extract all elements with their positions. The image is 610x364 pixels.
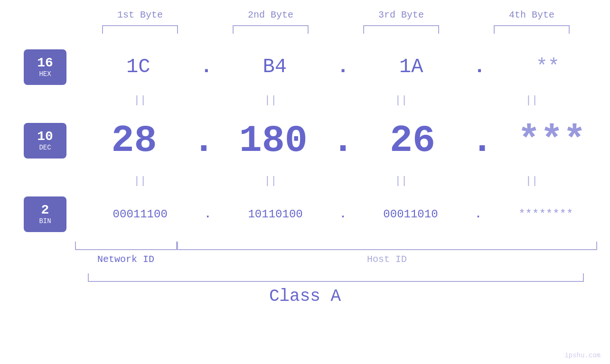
dec-badge-label: DEC (39, 144, 51, 151)
hex-dot-1: . (200, 56, 212, 78)
hex-value-2: B4 (263, 56, 287, 78)
bin-value-2: 10110100 (248, 208, 302, 221)
equals-row-1: || || || || (75, 91, 597, 110)
dec-dot-3: . (471, 119, 494, 162)
bin-cell-4: ******** (482, 208, 610, 221)
dec-value-1: 28 (112, 119, 157, 162)
dec-cell-2: 180 (215, 119, 331, 162)
equals-1-1: || (75, 94, 206, 106)
byte-label-1: 1st Byte (75, 9, 206, 20)
bin-dot-2: . (339, 208, 346, 221)
hex-dot-3: . (473, 56, 485, 78)
dec-dot-1: . (192, 119, 215, 162)
bin-cell-1: 00011100 (76, 208, 204, 221)
bin-badge: 2 BIN (24, 196, 66, 232)
equals-2-1: || (75, 175, 206, 187)
hex-cell-3: 1A (349, 56, 473, 78)
byte-label-2: 2nd Byte (206, 9, 336, 20)
bin-values: 00011100 . 10110100 . 00011010 . *******… (76, 208, 610, 221)
hex-value-3: 1A (399, 56, 423, 78)
dec-cell-1: 28 (76, 119, 192, 162)
bracket-line-4 (494, 25, 570, 34)
dec-values: 28 . 180 . 26 . *** (76, 119, 610, 162)
byte-label-4: 4th Byte (467, 9, 597, 20)
bin-dot-1: . (204, 208, 211, 221)
equals-1-3: || (336, 94, 467, 106)
byte-label-3: 3rd Byte (336, 9, 467, 20)
equals-2-3: || (336, 175, 467, 187)
hex-badge-label: HEX (39, 70, 51, 78)
bracket-line-3 (363, 25, 439, 34)
hex-row: 16 HEX 1C . B4 . 1A . ** (0, 43, 610, 91)
id-labels-row: Network ID Host ID (75, 254, 597, 265)
dec-value-3: 26 (390, 119, 435, 162)
host-id-bracket (177, 242, 597, 250)
dec-dot-2: . (331, 119, 354, 162)
bin-row: 2 BIN 00011100 . 10110100 . 00011010 . *… (0, 190, 610, 238)
dec-cell-3: 26 (355, 119, 471, 162)
bracket-top-4 (467, 25, 597, 34)
network-id-bracket (75, 242, 177, 250)
bin-badge-number: 2 (41, 203, 49, 218)
bin-value-1: 00011100 (113, 208, 168, 221)
dec-badge: 10 DEC (24, 123, 66, 159)
dec-badge-number: 10 (37, 130, 53, 144)
dec-row: 10 DEC 28 . 180 . 26 . *** (0, 110, 610, 171)
watermark: ipshu.com (564, 352, 601, 359)
host-id-label: Host ID (177, 254, 597, 265)
hex-badge-number: 16 (37, 56, 53, 71)
hex-cell-1: 1C (76, 56, 200, 78)
hex-cell-4: ** (486, 56, 610, 78)
bin-cell-3: 00011010 (347, 208, 475, 221)
class-bracket (88, 273, 584, 282)
dec-value-4: *** (517, 119, 586, 162)
hex-dot-2: . (337, 56, 349, 78)
bin-cell-2: 10110100 (211, 208, 339, 221)
main-container: 1st Byte 2nd Byte 3rd Byte 4th Byte 16 H… (0, 0, 610, 364)
hex-values: 1C . B4 . 1A . ** (76, 56, 610, 78)
bin-value-4: ******** (518, 208, 573, 221)
hex-value-4: ** (536, 56, 560, 78)
equals-1-2: || (206, 94, 336, 106)
byte-labels-row: 1st Byte 2nd Byte 3rd Byte 4th Byte (75, 9, 597, 20)
dec-cell-4: *** (494, 119, 610, 162)
bracket-line-1 (102, 25, 178, 34)
bin-badge-label: BIN (39, 217, 51, 225)
equals-2-4: || (467, 175, 597, 187)
bottom-brackets-row (75, 242, 597, 250)
equals-2-2: || (206, 175, 336, 187)
class-label: Class A (269, 287, 341, 306)
hex-value-1: 1C (126, 56, 150, 78)
bracket-top-3 (336, 25, 467, 34)
bin-value-3: 00011010 (383, 208, 438, 221)
equals-1-4: || (467, 94, 597, 106)
bracket-line-2 (233, 25, 309, 34)
hex-badge: 16 HEX (24, 49, 66, 85)
bracket-top-2 (206, 25, 336, 34)
network-id-label: Network ID (75, 254, 177, 265)
equals-row-2: || || || || (75, 171, 597, 190)
bin-dot-3: . (475, 208, 481, 221)
top-brackets (75, 25, 597, 34)
dec-value-2: 180 (239, 119, 308, 162)
hex-cell-2: B4 (213, 56, 337, 78)
bracket-top-1 (75, 25, 206, 34)
